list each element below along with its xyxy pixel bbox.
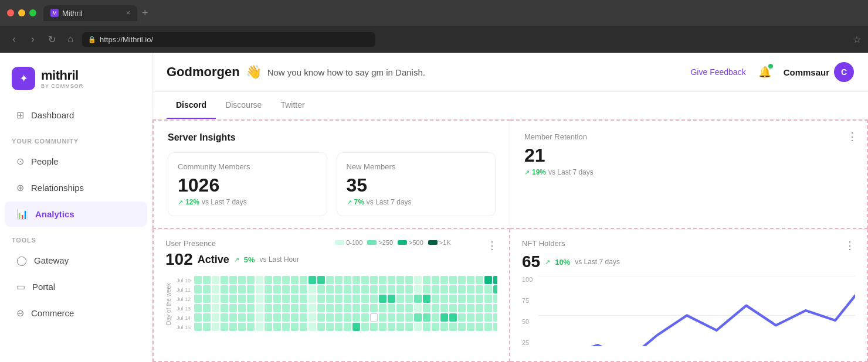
- heatmap-cell: [273, 313, 281, 322]
- close-traffic-light[interactable]: [7, 9, 14, 16]
- heatmap-cell: [493, 304, 497, 312]
- legend-500: >500: [398, 239, 423, 246]
- give-feedback-link[interactable]: Give Feedback: [690, 67, 745, 77]
- nft-menu-button[interactable]: ⋮: [845, 239, 855, 252]
- heatmap-cell: [317, 313, 325, 322]
- sidebar-item-commerce[interactable]: ⊖ Commerce: [5, 300, 147, 326]
- heatmap-cell: [203, 276, 211, 284]
- wave-emoji: 👋: [246, 64, 262, 80]
- sidebar: ✦ mithril BY COMMSOR ⊞ Dashboard YOUR CO…: [0, 53, 152, 362]
- heatmap-cell: [238, 276, 246, 284]
- server-insights-title: Server Insights: [168, 132, 496, 143]
- retention-pct: 19%: [532, 168, 546, 176]
- sidebar-item-label-gateway: Gateway: [34, 255, 69, 265]
- sidebar-item-portal[interactable]: ▭ Portal: [5, 274, 147, 299]
- heatmap-cell: [396, 295, 404, 303]
- y-label-jul12: Jul 12: [173, 295, 191, 303]
- nft-svg-chart: [538, 276, 855, 346]
- tab-twitter[interactable]: Twitter: [271, 92, 314, 119]
- heatmap-cell: [352, 285, 360, 293]
- nft-header: NFT Holders 65 ↗ 10% vs Last 7 days ⋮: [522, 239, 855, 271]
- heatmap-cell: [326, 276, 334, 284]
- heatmap-cell: [423, 285, 430, 293]
- traffic-lights: [7, 9, 36, 16]
- presence-menu-button[interactable]: ⋮: [487, 239, 497, 252]
- reload-button[interactable]: ↻: [45, 34, 59, 45]
- home-button[interactable]: ⌂: [63, 34, 77, 45]
- heatmap-cell: [440, 285, 448, 293]
- heatmap-cell: [370, 323, 378, 331]
- community-members-label: Community Members: [178, 162, 317, 171]
- legend-1k: >1K: [428, 239, 451, 246]
- retention-value: 21: [524, 146, 853, 165]
- new-members-text: vs Last 7 days: [367, 198, 412, 206]
- user-avatar[interactable]: C: [834, 62, 854, 82]
- heatmap-cell: [238, 313, 246, 322]
- sidebar-item-dashboard[interactable]: ⊞ Dashboard: [5, 103, 147, 128]
- heatmap-cell: [432, 295, 439, 303]
- sidebar-item-people[interactable]: ⊙ People: [5, 149, 147, 174]
- metric-community-members: Community Members 1026 ↗ 12% vs Last 7 d…: [168, 152, 327, 216]
- heatmap-cell: [379, 313, 386, 322]
- new-tab-button[interactable]: +: [142, 7, 148, 19]
- change-arrow-up: ↗: [178, 199, 183, 206]
- tab-discord[interactable]: Discord: [167, 92, 216, 119]
- maximize-traffic-light[interactable]: [29, 9, 36, 16]
- tab-title: Mithril: [62, 9, 83, 18]
- heatmap-cell: [493, 313, 497, 322]
- heatmap-cell: [194, 304, 202, 312]
- tools-label: TOOLS: [0, 227, 152, 247]
- heatmap-cell: [476, 323, 483, 331]
- heatmap-cell: [326, 323, 334, 331]
- sidebar-item-label-portal: Portal: [32, 282, 55, 292]
- retention-arrow: ↗: [524, 169, 530, 176]
- heatmap-cell: [265, 304, 272, 312]
- legend-label-0-100: 0-100: [346, 239, 362, 246]
- sidebar-item-relationships[interactable]: ⊛ Relationships: [5, 175, 147, 200]
- heatmap-cell: [194, 285, 202, 293]
- heatmap-cell: [308, 295, 316, 303]
- browser-titlebar: M Mithril × +: [0, 0, 868, 26]
- notification-button[interactable]: 🔔: [755, 63, 774, 81]
- heatmap-cell: [379, 304, 386, 312]
- browser-tab-mithril[interactable]: M Mithril ×: [43, 5, 137, 21]
- address-bar[interactable]: 🔒 https://Mithril.io/: [82, 32, 375, 47]
- heatmap-cell: [379, 295, 386, 303]
- logo-sub: BY COMMSOR: [41, 83, 83, 89]
- heatmap-cell: [282, 276, 290, 284]
- retention-menu-button[interactable]: ⋮: [847, 130, 857, 143]
- community-change-pct: 12%: [185, 198, 199, 206]
- heatmap-cell: [247, 304, 255, 312]
- heatmap-cell: [326, 313, 334, 322]
- heatmap-cell: [326, 285, 334, 293]
- y-label-jul10: Jul 10: [173, 276, 191, 285]
- heatmap-cell: [300, 323, 307, 331]
- greeting-subtitle: Now you know how to say gm in Danish.: [267, 67, 425, 77]
- forward-button[interactable]: ›: [26, 34, 40, 45]
- bookmark-button[interactable]: ☆: [853, 34, 861, 45]
- sidebar-item-gateway[interactable]: ◯ Gateway: [5, 248, 147, 273]
- heatmap-cell: [291, 313, 299, 322]
- heatmap-cell: [352, 276, 360, 284]
- heatmap-wrapper: Day of the week Jul 10 Jul 11 Jul 12 Jul…: [165, 276, 497, 332]
- minimize-traffic-light[interactable]: [18, 9, 25, 16]
- heatmap-cell: [440, 323, 448, 331]
- back-button[interactable]: ‹: [7, 34, 21, 45]
- tab-discourse[interactable]: Discourse: [216, 92, 271, 119]
- legend-label-500: >500: [409, 239, 423, 246]
- metrics-row: Community Members 1026 ↗ 12% vs Last 7 d…: [168, 152, 496, 216]
- heatmap-cell: [291, 323, 299, 331]
- heatmap-cell: [458, 304, 466, 312]
- heatmap-cell: [308, 304, 316, 312]
- heatmap-row: [194, 295, 497, 303]
- new-members-change: ↗ 7% vs Last 7 days: [347, 198, 486, 206]
- heatmap-cell: [221, 276, 228, 284]
- heatmap-cell: [221, 304, 228, 312]
- panel-user-presence: User Presence 102 Active ↗ 5% vs Last Ho…: [152, 229, 510, 362]
- heatmap-cell: [256, 313, 263, 322]
- community-members-change: ↗ 12% vs Last 7 days: [178, 198, 317, 206]
- tab-close-button[interactable]: ×: [126, 9, 130, 17]
- heatmap-cell: [344, 295, 351, 303]
- heatmap-cell: [352, 323, 360, 331]
- sidebar-item-analytics[interactable]: 📊 Analytics: [5, 202, 147, 227]
